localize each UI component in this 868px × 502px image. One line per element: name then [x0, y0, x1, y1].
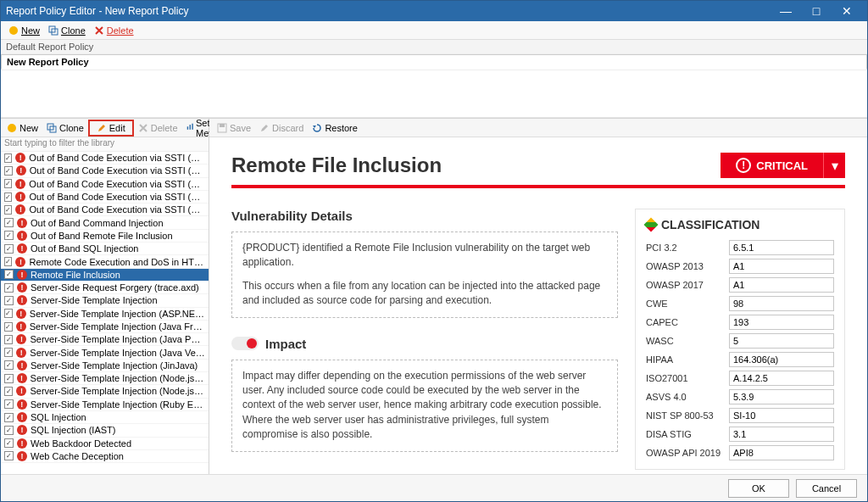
vuln-row[interactable]: ✓!Server-Side Template Injection (JinJav… [1, 360, 209, 372]
classification-value-input[interactable] [729, 445, 834, 460]
vuln-checkbox[interactable]: ✓ [4, 360, 14, 370]
ok-button[interactable]: OK [728, 479, 789, 498]
detail-scroll[interactable]: Remote File Inclusion ! CRITICAL ▾ [209, 137, 867, 474]
vuln-row[interactable]: ✓!Server-Side Request Forgery (trace.axd… [1, 282, 209, 294]
vuln-checkbox[interactable]: ✓ [4, 270, 14, 279]
vuln-row[interactable]: ✓!Out of Band Command Injection [1, 216, 209, 229]
vuln-checkbox[interactable]: ✓ [4, 335, 13, 344]
vuln-edit-label: Edit [109, 123, 125, 133]
vuln-checkbox[interactable]: ✓ [4, 296, 14, 305]
vuln-row[interactable]: ✓!Out of Band Code Execution via SSTI (P… [1, 191, 209, 204]
vuln-row[interactable]: ✓!SQL Injection [1, 411, 209, 424]
vuln-edit-button[interactable]: Edit [92, 122, 130, 134]
vuln-checkbox[interactable]: ✓ [4, 426, 14, 435]
policy-current[interactable]: New Report Policy [1, 54, 867, 70]
classification-key: OWASP API 2019 [646, 448, 722, 458]
vuln-checkbox[interactable]: ✓ [4, 348, 13, 357]
vuln-row[interactable]: ✓!Server-Side Template Injection (Java V… [1, 346, 209, 359]
classification-value-input[interactable] [729, 259, 834, 274]
vuln-row[interactable]: ✓!Out of Band Code Execution via SSTI (P… [1, 152, 209, 165]
classification-value-input[interactable] [729, 389, 834, 404]
vuln-checkbox[interactable]: ✓ [4, 283, 14, 293]
vuln-label: Out of Band Command Injection [31, 218, 164, 228]
classification-value-input[interactable] [729, 352, 834, 367]
impact-editor[interactable]: Impact may differ depending on the execu… [231, 360, 618, 452]
vuln-checkbox[interactable]: ✓ [4, 451, 14, 460]
minimize-button[interactable]: — [771, 1, 801, 21]
delete-policy-button[interactable]: Delete [90, 25, 138, 36]
vuln-checkbox[interactable]: ✓ [4, 374, 14, 383]
vuln-row[interactable]: ✓!Server-Side Template Injection (Java P… [1, 333, 209, 346]
severity-icon: ! [17, 218, 27, 228]
filter-input[interactable]: Start typing to filter the library [1, 137, 209, 152]
severity-icon: ! [16, 165, 26, 176]
vuln-checkbox[interactable]: ✓ [4, 205, 12, 215]
vuln-row[interactable]: ✓!Remote File Inclusion [1, 269, 209, 282]
classification-value-input[interactable] [729, 296, 834, 311]
vuln-checkbox[interactable]: ✓ [4, 244, 14, 254]
vuln-list[interactable]: ✓!Out of Band Code Execution via SSTI (P… [1, 152, 209, 474]
discard-icon [259, 123, 270, 133]
vuln-checkbox[interactable]: ✓ [4, 153, 12, 163]
vuln-checkbox[interactable]: ✓ [4, 413, 14, 422]
classification-value-input[interactable] [729, 408, 834, 423]
vuln-checkbox[interactable]: ✓ [4, 179, 12, 188]
vuln-row[interactable]: ✓!Server-Side Template Injection (Node.j… [1, 372, 209, 385]
vuln-row[interactable]: ✓!Web Cache Deception [1, 450, 209, 463]
vuln-row[interactable]: ✓!Remote Code Execution and DoS in HTTP.… [1, 255, 209, 268]
vuln-row[interactable]: ✓!Web Backdoor Detected [1, 438, 209, 450]
severity-dropdown[interactable]: ▾ [823, 153, 845, 178]
vuln-checkbox[interactable]: ✓ [4, 438, 14, 448]
policy-default[interactable]: Default Report Policy [1, 40, 867, 54]
discard-button[interactable]: Discard [255, 122, 308, 134]
maximize-button[interactable]: □ [801, 1, 832, 21]
vuln-label: Out of Band SQL Injection [31, 243, 138, 254]
impact-toggle[interactable] [231, 337, 259, 350]
vuln-checkbox[interactable]: ✓ [4, 231, 14, 240]
vuln-row[interactable]: ✓!Out of Band Code Execution via SSTI (P… [1, 165, 209, 177]
vuln-row[interactable]: ✓!Out of Band Code Execution via SSTI (P… [1, 178, 209, 191]
vuln-checkbox[interactable]: ✓ [4, 218, 14, 227]
severity-icon: ! [17, 438, 27, 449]
metrics-icon [186, 123, 194, 133]
vuln-row[interactable]: ✓!Out of Band Remote File Inclusion [1, 230, 209, 243]
vuln-new-button[interactable]: New [3, 122, 42, 134]
vuln-row[interactable]: ✓!Server-Side Template Injection (Ruby E… [1, 399, 209, 411]
classification-value-input[interactable] [729, 277, 834, 293]
main-area: New Clone Edit Delete [1, 118, 867, 474]
new-policy-button[interactable]: New [4, 25, 44, 36]
vuln-row[interactable]: ✓!SQL Injection (IAST) [1, 424, 209, 437]
vuln-details-editor[interactable]: {PRODUCT} identified a Remote File Inclu… [231, 231, 618, 318]
vuln-checkbox[interactable]: ✓ [4, 257, 12, 266]
close-button[interactable]: ✕ [832, 1, 862, 21]
classification-value-input[interactable] [729, 240, 834, 255]
vuln-delete-button[interactable]: Delete [134, 122, 182, 134]
severity-icon: ! [15, 204, 25, 215]
classification-value-input[interactable] [729, 371, 834, 386]
vuln-checkbox[interactable]: ✓ [4, 322, 13, 332]
vuln-label: Server-Side Request Forgery (trace.axd) [31, 282, 199, 293]
save-button[interactable]: Save [213, 122, 255, 134]
vuln-checkbox[interactable]: ✓ [4, 192, 12, 202]
vuln-row[interactable]: ✓!Server-Side Template Injection (Node.j… [1, 385, 209, 398]
vuln-row[interactable]: ✓!Server-Side Template Injection [1, 294, 209, 307]
vuln-checkbox[interactable]: ✓ [4, 399, 14, 409]
vuln-row[interactable]: ✓!Server-Side Template Injection (Java F… [1, 321, 209, 333]
restore-button[interactable]: Restore [308, 122, 362, 134]
classification-value-input[interactable] [729, 427, 834, 442]
classification-value-input[interactable] [729, 315, 834, 330]
cancel-button[interactable]: Cancel [796, 479, 857, 498]
save-icon [217, 123, 227, 133]
clone-policy-button[interactable]: Clone [44, 25, 90, 36]
vuln-checkbox[interactable]: ✓ [4, 309, 13, 318]
severity-badge[interactable]: ! CRITICAL ▾ [721, 153, 845, 178]
vuln-clone-button[interactable]: Clone [42, 122, 88, 134]
vuln-row[interactable]: ✓!Out of Band SQL Injection [1, 243, 209, 255]
vuln-checkbox[interactable]: ✓ [4, 166, 13, 176]
classification-value-input[interactable] [729, 333, 834, 349]
vuln-row[interactable]: ✓!Out of Band Code Execution via SSTI (P… [1, 204, 209, 216]
vuln-label: Web Backdoor Detected [31, 438, 131, 449]
vuln-checkbox[interactable]: ✓ [4, 387, 13, 396]
severity-icon: ! [17, 295, 27, 305]
vuln-row[interactable]: ✓!Server-Side Template Injection (ASP.NE… [1, 308, 209, 321]
